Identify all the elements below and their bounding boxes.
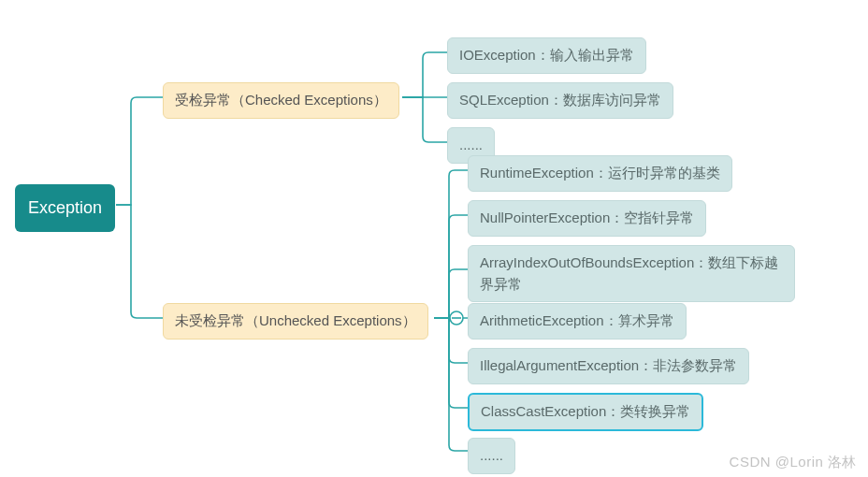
branch-checked-exceptions[interactable]: 受检异常（Checked Exceptions） <box>163 82 399 119</box>
connector-lines <box>0 0 868 477</box>
leaf-sqlexception[interactable]: SQLException：数据库访问异常 <box>447 82 673 119</box>
leaf-arithmeticexception[interactable]: ArithmeticException：算术异常 <box>468 303 687 340</box>
branch-unchecked-exceptions[interactable]: 未受检异常（Unchecked Exceptions） <box>163 303 428 340</box>
leaf-nullpointerexception[interactable]: NullPointerException：空指针异常 <box>468 200 706 237</box>
leaf-arrayindexoutofbounds[interactable]: ArrayIndexOutOfBoundsException：数组下标越界异常 <box>468 245 795 302</box>
leaf-ioexception[interactable]: IOException：输入输出异常 <box>447 37 646 74</box>
watermark: CSDN @Lorin 洛林 <box>730 454 857 471</box>
leaf-illegalargumentexception[interactable]: IllegalArgumentException：非法参数异常 <box>468 348 749 384</box>
svg-point-0 <box>450 311 463 325</box>
mindmap-canvas: Exception 受检异常（Checked Exceptions） IOExc… <box>0 0 868 477</box>
leaf-runtimeexception[interactable]: RuntimeException：运行时异常的基类 <box>468 155 732 192</box>
root-node-exception[interactable]: Exception <box>15 184 115 232</box>
leaf-classcastexception[interactable]: ClassCastException：类转换异常 <box>468 393 703 431</box>
leaf-unchecked-more[interactable]: ...... <box>468 438 515 474</box>
